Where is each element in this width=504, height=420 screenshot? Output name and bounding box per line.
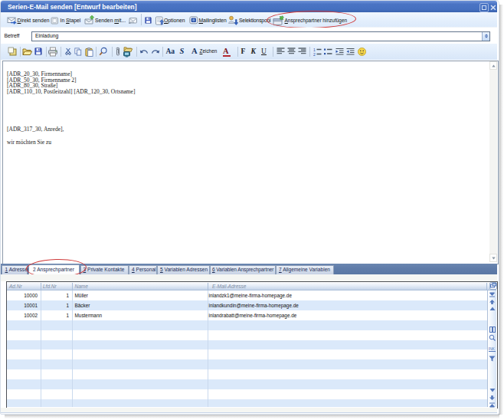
svg-text:2: 2 — [313, 51, 316, 56]
